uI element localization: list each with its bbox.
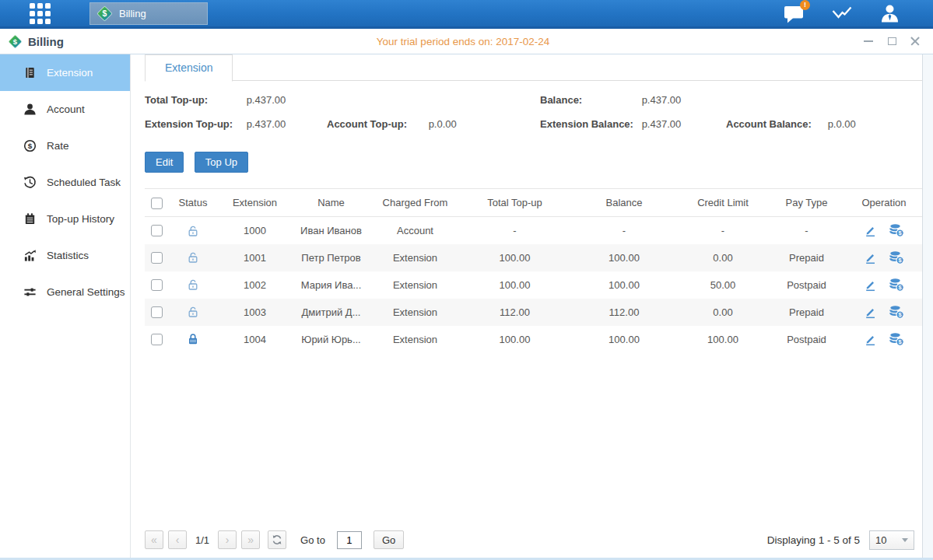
edit-button[interactable]: Edit xyxy=(145,152,184,173)
status-cell xyxy=(168,326,218,353)
select-all-checkbox[interactable] xyxy=(151,198,163,209)
edit-extension-icon[interactable] xyxy=(864,224,877,237)
column-header-charged-from: Charged From xyxy=(370,189,460,217)
row-checkbox[interactable] xyxy=(151,334,163,345)
goto-page-input[interactable] xyxy=(337,531,362,549)
total-topup-cell: 100.00 xyxy=(460,271,570,299)
pay-type-cell: Prepaid xyxy=(767,299,846,326)
sidebar-item-label: Top-up History xyxy=(47,213,114,225)
extension-cell: 1001 xyxy=(218,244,292,271)
sidebar-nav: Extension Account $ Rate xyxy=(0,54,131,558)
prev-page-button[interactable]: ‹ xyxy=(168,530,187,549)
status-unlocked-icon[interactable] xyxy=(187,278,199,291)
edit-extension-icon[interactable] xyxy=(864,278,877,292)
column-header-balance: Balance xyxy=(570,189,679,217)
row-checkbox[interactable] xyxy=(151,225,163,236)
top-up-coins-icon[interactable]: $ xyxy=(889,305,904,319)
maximize-button[interactable] xyxy=(886,36,897,47)
balance-label: Balance: xyxy=(540,94,639,106)
row-checkbox[interactable] xyxy=(151,306,163,318)
page-indicator: 1/1 xyxy=(195,534,209,546)
status-cell xyxy=(168,217,218,244)
name-cell: Петр Петров xyxy=(292,244,370,271)
credit-limit-cell: 0.00 xyxy=(679,244,767,271)
billing-dollar-diamond-icon: $ xyxy=(8,34,23,49)
column-header-pay-type: Pay Type xyxy=(767,189,846,217)
status-unlocked-icon[interactable] xyxy=(187,225,199,237)
account-balance-value: p.0.00 xyxy=(828,118,856,130)
svg-text:$: $ xyxy=(28,142,33,150)
pay-type-cell: - xyxy=(767,217,846,244)
sidebar-item-label: Scheduled Task xyxy=(47,177,121,188)
table-header-row: Status Extension Name Charged From Total… xyxy=(145,189,922,217)
messages-icon[interactable]: ! xyxy=(784,4,805,23)
extension-topup-value: p.437.00 xyxy=(247,118,286,130)
sidebar-item-label: General Settings xyxy=(47,286,125,298)
row-checkbox[interactable] xyxy=(151,279,163,291)
notification-badge: ! xyxy=(800,0,810,10)
row-checkbox[interactable] xyxy=(151,252,163,264)
sidebar-item-rate[interactable]: $ Rate xyxy=(0,128,130,164)
edit-extension-icon[interactable] xyxy=(864,306,877,319)
minimize-button[interactable] xyxy=(863,36,874,47)
extension-topup-label: Extension Top-up: xyxy=(145,118,244,130)
table-row: 1001 Петр Петров Extension 100.00 100.00… xyxy=(145,244,922,271)
edit-extension-icon[interactable] xyxy=(864,333,877,346)
sidebar-item-topup-history[interactable]: Top-up History xyxy=(0,201,130,237)
general-settings-sliders-icon xyxy=(23,285,37,299)
sidebar-item-scheduled-task[interactable]: Scheduled Task xyxy=(0,164,130,201)
credit-limit-cell: - xyxy=(679,217,767,244)
refresh-icon xyxy=(272,534,282,545)
goto-label: Go to xyxy=(300,534,325,546)
top-up-coins-icon[interactable]: $ xyxy=(889,278,904,292)
page-size-select[interactable]: 10 xyxy=(869,530,914,550)
sidebar-item-extension[interactable]: Extension xyxy=(0,54,130,91)
sidebar-item-statistics[interactable]: Statistics xyxy=(0,237,130,274)
credit-limit-cell: 50.00 xyxy=(679,271,767,299)
name-cell: Иван Иванов xyxy=(292,217,370,244)
go-button[interactable]: Go xyxy=(374,530,404,549)
extension-table: Status Extension Name Charged From Total… xyxy=(145,188,922,353)
sidebar-item-general-settings[interactable]: General Settings xyxy=(0,274,130,310)
tab-extension[interactable]: Extension xyxy=(145,54,233,82)
refresh-button[interactable] xyxy=(268,530,286,549)
top-up-coins-icon[interactable]: $ xyxy=(889,223,904,237)
page-size-value: 10 xyxy=(875,534,886,546)
table-toolbar: Edit Top Up xyxy=(145,152,922,173)
first-page-button[interactable]: « xyxy=(145,530,163,549)
charged-from-cell: Extension xyxy=(370,271,460,299)
close-button[interactable] xyxy=(910,36,921,47)
status-unlocked-icon[interactable] xyxy=(187,251,199,264)
account-topup-label: Account Top-up: xyxy=(327,118,426,130)
status-unlocked-icon[interactable] xyxy=(187,306,199,318)
user-account-icon[interactable] xyxy=(879,3,900,23)
pay-type-cell: Prepaid xyxy=(767,244,846,271)
chevron-down-icon xyxy=(902,538,908,542)
top-up-coins-icon[interactable]: $ xyxy=(889,332,904,346)
charged-from-cell: Extension xyxy=(370,299,460,326)
next-page-button[interactable]: › xyxy=(218,530,237,549)
billing-app-window: $ Billing ! xyxy=(0,0,933,560)
extension-balance-label: Extension Balance: xyxy=(540,118,639,130)
sidebar-item-label: Statistics xyxy=(47,250,89,261)
top-up-coins-icon[interactable]: $ xyxy=(889,250,904,264)
extension-cell: 1000 xyxy=(218,217,292,244)
sidebar-item-label: Rate xyxy=(47,140,69,152)
column-header-total-topup: Total Top-up xyxy=(460,189,570,217)
credit-limit-cell: 100.00 xyxy=(679,326,767,353)
resource-monitor-icon[interactable] xyxy=(831,5,853,22)
status-locked-icon[interactable] xyxy=(187,333,199,345)
sidebar-item-label: Account xyxy=(47,103,85,115)
account-balance-label: Account Balance: xyxy=(726,118,825,130)
top-up-button[interactable]: Top Up xyxy=(195,152,248,173)
pay-type-cell: Postpaid xyxy=(767,271,846,299)
taskbar-tab-billing[interactable]: $ Billing xyxy=(89,2,208,25)
sidebar-item-label: Extension xyxy=(47,67,93,79)
billing-summary: Total Top-up: p.437.00 Balance: p.437.00… xyxy=(145,81,922,142)
displaying-text: Displaying 1 - 5 of 5 xyxy=(767,534,860,546)
app-launcher-icon[interactable] xyxy=(30,3,51,24)
edit-extension-icon[interactable] xyxy=(864,251,877,264)
sidebar-item-account[interactable]: Account xyxy=(0,91,130,128)
last-page-button[interactable]: » xyxy=(241,530,260,549)
table-row: 1003 Дмитрий Д... Extension 112.00 112.0… xyxy=(145,299,922,326)
